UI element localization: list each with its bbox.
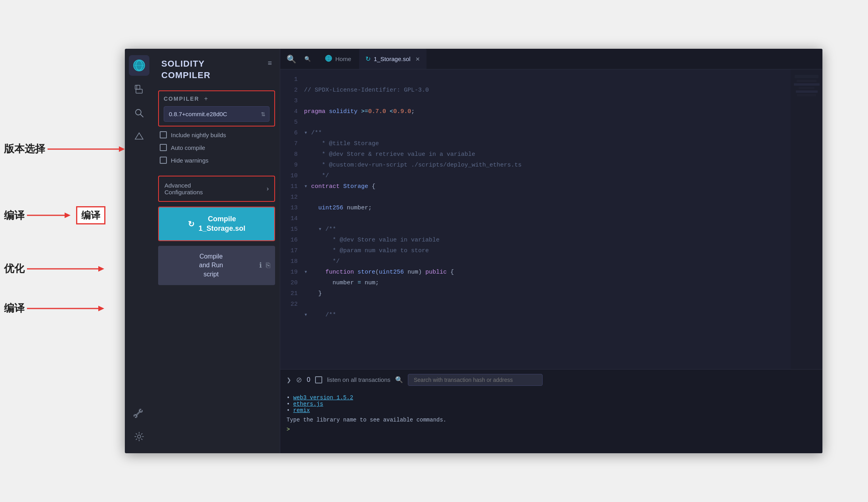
- annotation-version-label: 版本选择: [4, 142, 45, 156]
- annotation-compile: 编译 编译: [4, 206, 105, 224]
- terminal-count: 0: [307, 376, 310, 383]
- terminal-listen-checkbox[interactable]: [315, 376, 322, 383]
- annotation-compile-box: 编译: [76, 206, 105, 224]
- sidebar-icon-files[interactable]: [129, 79, 149, 100]
- compiler-panel: ≡ SOLIDITYCOMPILER COMPILER + 0.8.7+comm…: [153, 49, 280, 453]
- annotations-layer: 版本选择 编译 编译 优化 编译: [0, 0, 135, 502]
- compiler-add-btn[interactable]: +: [204, 95, 208, 102]
- compile-run-icons: ℹ ⎘: [259, 261, 270, 270]
- terminal-output: • web3 version 1.5.2 • ethers.js • remix…: [280, 390, 822, 453]
- tab-storage-icon: ↻: [365, 55, 371, 63]
- sidebar-icon-git[interactable]: [129, 126, 149, 147]
- terminal-link-web3[interactable]: • web3 version 1.5.2: [287, 395, 816, 401]
- code-content[interactable]: // SPDX-License-Identifier: GPL-3.0 prag…: [301, 69, 791, 369]
- checkbox-hide-warnings-box[interactable]: [160, 157, 167, 164]
- svg-rect-13: [136, 89, 142, 93]
- advanced-config-text: AdvancedConfigurations: [164, 182, 203, 195]
- tab-storage-label: 1_Storage.sol: [374, 56, 411, 62]
- terminal-prompt[interactable]: >: [287, 426, 816, 433]
- sidebar-icon-search[interactable]: [129, 103, 149, 123]
- svg-marker-16: [135, 133, 143, 139]
- terminal-link-remix[interactable]: • remix: [287, 407, 816, 414]
- tab-storage-close-icon[interactable]: ✕: [415, 56, 420, 62]
- compiler-section-box: COMPILER + 0.8.7+commit.e28d0C 0.8.6+com…: [158, 90, 275, 126]
- terminal-search-icon: 🔍: [395, 376, 403, 383]
- annotation-compile-btn-label: 编译: [4, 301, 25, 315]
- annotation-optimize: 优化: [4, 262, 110, 276]
- icon-sidebar-top: [129, 55, 149, 399]
- terminal-listen-label: listen on all transactions: [327, 376, 390, 383]
- sidebar-icon-settings[interactable]: [129, 426, 149, 447]
- terminal-slash-icon: ⊘: [296, 376, 302, 384]
- annotation-version-arrow: [48, 143, 131, 155]
- panel-title: SOLIDITYCOMPILER: [161, 58, 272, 81]
- terminal-chevron-icon[interactable]: ❯: [287, 377, 291, 383]
- annotation-compile-btn: 编译: [4, 301, 110, 315]
- compile-btn-text: Compile1_Storage.sol: [199, 215, 245, 233]
- annotation-compile-arrow: [27, 209, 75, 221]
- version-select-wrapper: 0.8.7+commit.e28d0C 0.8.6+commit.11564f7…: [164, 106, 270, 122]
- outer-wrapper: 版本选择 编译 编译 优化 编译: [0, 0, 868, 502]
- checkbox-auto-compile[interactable]: Auto compile: [160, 144, 273, 151]
- compile-run-label: Compileand Runscript: [163, 252, 259, 279]
- svg-point-17: [138, 435, 141, 438]
- svg-marker-5: [98, 266, 104, 272]
- svg-marker-1: [119, 146, 125, 152]
- checkbox-nightly-label: Include nightly builds: [171, 132, 226, 138]
- checkbox-nightly-box[interactable]: [160, 131, 167, 138]
- compile-run-btn[interactable]: Compileand Runscript ℹ ⎘: [158, 246, 275, 285]
- terminal-bar: ❯ ⊘ 0 listen on all transactions 🔍: [280, 369, 822, 390]
- zoom-in-btn[interactable]: 🔍: [301, 54, 314, 63]
- svg-marker-7: [98, 306, 104, 311]
- terminal-type-text: Type the library name to see available c…: [287, 417, 816, 423]
- compile-btn[interactable]: ↻ Compile1_Storage.sol: [159, 207, 274, 240]
- compiler-section-header: COMPILER +: [164, 95, 270, 102]
- checkbox-hide-warnings[interactable]: Hide warnings: [160, 157, 273, 164]
- terminal-search-input[interactable]: [408, 374, 543, 386]
- zoom-out-btn[interactable]: 🔍: [283, 53, 300, 65]
- annotation-compile-label: 编译: [4, 209, 25, 222]
- panel-menu-icon[interactable]: ≡: [268, 59, 272, 67]
- sidebar-icon-tools[interactable]: [129, 402, 149, 423]
- annotation-version: 版本选择: [4, 142, 131, 156]
- sidebar-bottom: [129, 402, 149, 453]
- version-select[interactable]: 0.8.7+commit.e28d0C 0.8.6+commit.11564f7…: [164, 106, 270, 122]
- tab-home-label: Home: [335, 56, 351, 62]
- advanced-config-box[interactable]: AdvancedConfigurations ›: [158, 176, 275, 202]
- info-icon[interactable]: ℹ: [259, 261, 262, 270]
- annotation-optimize-arrow: [27, 263, 110, 275]
- advanced-config-arrow-icon: ›: [267, 185, 269, 192]
- copy-icon[interactable]: ⎘: [266, 261, 270, 270]
- terminal-link-ethers[interactable]: • ethers.js: [287, 401, 816, 407]
- checkboxes-area: Include nightly builds Auto compile Hide…: [153, 126, 280, 174]
- svg-marker-3: [65, 213, 71, 218]
- compiler-section-title: COMPILER: [164, 96, 199, 102]
- checkbox-nightly[interactable]: Include nightly builds: [160, 131, 273, 138]
- sidebar-icon-compiler[interactable]: [129, 55, 149, 76]
- checkbox-auto-compile-label: Auto compile: [171, 144, 205, 151]
- icon-sidebar: [125, 49, 153, 453]
- line-numbers: 1 2 3 4 5 6 7 8 9 10 11 12 13 14 15 16 1: [280, 69, 301, 369]
- checkbox-auto-compile-box[interactable]: [160, 144, 167, 151]
- tab-bar: 🔍 🔍 Home ↻ 1_Storage: [280, 49, 822, 69]
- ide-window: ≡ SOLIDITYCOMPILER COMPILER + 0.8.7+comm…: [125, 49, 822, 453]
- code-editor[interactable]: 1 2 3 4 5 6 7 8 9 10 11 12 13 14 15 16 1: [280, 69, 822, 369]
- svg-line-15: [141, 115, 143, 117]
- svg-rect-12: [137, 85, 140, 89]
- compile-refresh-icon: ↻: [188, 219, 195, 229]
- editor-area: 🔍 🔍 Home ↻ 1_Storage: [280, 49, 822, 453]
- annotation-optimize-label: 优化: [4, 262, 25, 276]
- panel-header: ≡ SOLIDITYCOMPILER: [153, 49, 280, 86]
- tab-home[interactable]: Home: [319, 49, 358, 69]
- minimap: [791, 69, 822, 369]
- tab-home-icon: [325, 55, 332, 63]
- tab-storage[interactable]: ↻ 1_Storage.sol ✕: [359, 49, 426, 69]
- compile-btn-box: ↻ Compile1_Storage.sol: [158, 207, 275, 241]
- checkbox-hide-warnings-label: Hide warnings: [171, 157, 208, 164]
- annotation-compile-btn-arrow: [27, 303, 110, 314]
